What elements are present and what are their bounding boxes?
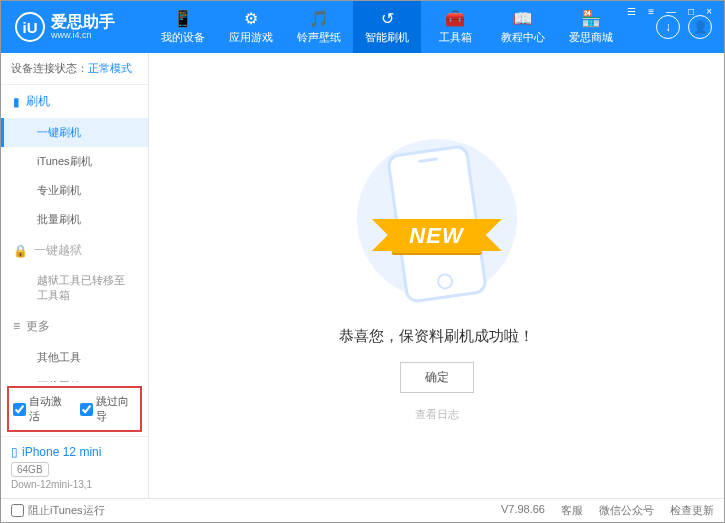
nav-icon: 🎵 — [309, 9, 329, 28]
version-text: V7.98.66 — [501, 503, 545, 518]
main-content: NEW 恭喜您，保资料刷机成功啦！ 确定 查看日志 — [149, 53, 724, 498]
connection-status: 设备连接状态：正常模式 — [1, 53, 148, 85]
new-ribbon: NEW — [391, 219, 481, 253]
sidebar-header-more[interactable]: ≡ 更多 — [1, 310, 148, 343]
top-nav: 📱我的设备⚙应用游戏🎵铃声壁纸↺智能刷机🧰工具箱📖教程中心🏪爱思商城 — [149, 1, 644, 53]
menu-icon[interactable]: ☰ — [624, 4, 639, 19]
nav-label: 应用游戏 — [229, 30, 273, 45]
nav-item-1[interactable]: ⚙应用游戏 — [217, 1, 285, 53]
sidebar-item-more-1[interactable]: 下载固件 — [1, 372, 148, 382]
block-itunes-checkbox[interactable]: 阻止iTunes运行 — [11, 503, 105, 518]
nav-icon: 📖 — [513, 9, 533, 28]
nav-item-2[interactable]: 🎵铃声壁纸 — [285, 1, 353, 53]
nav-item-4[interactable]: 🧰工具箱 — [421, 1, 489, 53]
sidebar-more-title: 更多 — [26, 318, 50, 335]
nav-label: 我的设备 — [161, 30, 205, 45]
service-link[interactable]: 客服 — [561, 503, 583, 518]
ok-button[interactable]: 确定 — [400, 362, 474, 393]
window-controls: ☰ ≡ — □ × — [624, 0, 721, 19]
sidebar-header-jailbreak: 🔒 一键越狱 — [1, 234, 148, 267]
block-itunes-label: 阻止iTunes运行 — [28, 503, 105, 518]
sidebar-item-flash-0[interactable]: 一键刷机 — [1, 118, 148, 147]
nav-label: 智能刷机 — [365, 30, 409, 45]
sidebar-flash-title: 刷机 — [26, 93, 50, 110]
success-illustration: NEW — [342, 129, 532, 309]
close-button[interactable]: × — [703, 4, 715, 19]
nav-icon: 📱 — [173, 9, 193, 28]
nav-icon: ⚙ — [244, 9, 258, 28]
nav-icon: ↺ — [381, 9, 394, 28]
sidebar-header-flash[interactable]: ▮ 刷机 — [1, 85, 148, 118]
sidebar: 设备连接状态：正常模式 ▮ 刷机 一键刷机iTunes刷机专业刷机批量刷机 🔒 … — [1, 53, 149, 498]
statusbar: 阻止iTunes运行 V7.98.66 客服 微信公众号 检查更新 — [1, 498, 724, 522]
app-name: 爱思助手 — [51, 14, 115, 30]
nav-label: 爱思商城 — [569, 30, 613, 45]
logo-area: iU 爱思助手 www.i4.cn — [1, 12, 149, 42]
sidebar-item-more-0[interactable]: 其他工具 — [1, 343, 148, 372]
skip-guide-checkbox[interactable]: 跳过向导 — [80, 394, 137, 424]
view-log-link[interactable]: 查看日志 — [415, 407, 459, 422]
nav-icon: 🏪 — [581, 9, 601, 28]
lock-icon: 🔒 — [13, 244, 28, 258]
sidebar-item-flash-3[interactable]: 批量刷机 — [1, 205, 148, 234]
logo-icon: iU — [15, 12, 45, 42]
minimize-button[interactable]: — — [663, 4, 679, 19]
phone-icon: ▮ — [13, 95, 20, 109]
titlebar: iU 爱思助手 www.i4.cn 📱我的设备⚙应用游戏🎵铃声壁纸↺智能刷机🧰工… — [1, 1, 724, 53]
jailbreak-note: 越狱工具已转移至 工具箱 — [1, 267, 148, 310]
connection-value: 正常模式 — [88, 62, 132, 74]
device-name: ▯ iPhone 12 mini — [11, 445, 138, 459]
phone-icon: ▯ — [11, 445, 18, 459]
success-message: 恭喜您，保资料刷机成功啦！ — [339, 327, 534, 346]
nav-item-6[interactable]: 🏪爱思商城 — [557, 1, 625, 53]
device-name-text: iPhone 12 mini — [22, 445, 101, 459]
options-row: 自动激活 跳过向导 — [7, 386, 142, 432]
connection-label: 设备连接状态： — [11, 62, 88, 74]
nav-label: 教程中心 — [501, 30, 545, 45]
wechat-link[interactable]: 微信公众号 — [599, 503, 654, 518]
nav-label: 铃声壁纸 — [297, 30, 341, 45]
sidebar-item-flash-2[interactable]: 专业刷机 — [1, 176, 148, 205]
maximize-button[interactable]: □ — [685, 4, 697, 19]
sidebar-item-flash-1[interactable]: iTunes刷机 — [1, 147, 148, 176]
menu-icon: ≡ — [13, 319, 20, 333]
skip-guide-label: 跳过向导 — [96, 394, 137, 424]
nav-item-3[interactable]: ↺智能刷机 — [353, 1, 421, 53]
app-url: www.i4.cn — [51, 30, 115, 40]
auto-activate-label: 自动激活 — [29, 394, 70, 424]
update-link[interactable]: 检查更新 — [670, 503, 714, 518]
device-firmware: Down-12mini-13,1 — [11, 479, 138, 490]
nav-label: 工具箱 — [439, 30, 472, 45]
auto-activate-checkbox[interactable]: 自动激活 — [13, 394, 70, 424]
nav-item-0[interactable]: 📱我的设备 — [149, 1, 217, 53]
device-block[interactable]: ▯ iPhone 12 mini 64GB Down-12mini-13,1 — [1, 436, 148, 498]
nav-icon: 🧰 — [445, 9, 465, 28]
storage-badge: 64GB — [11, 462, 49, 477]
settings-icon[interactable]: ≡ — [645, 4, 657, 19]
sidebar-jailbreak-title: 一键越狱 — [34, 242, 82, 259]
nav-item-5[interactable]: 📖教程中心 — [489, 1, 557, 53]
